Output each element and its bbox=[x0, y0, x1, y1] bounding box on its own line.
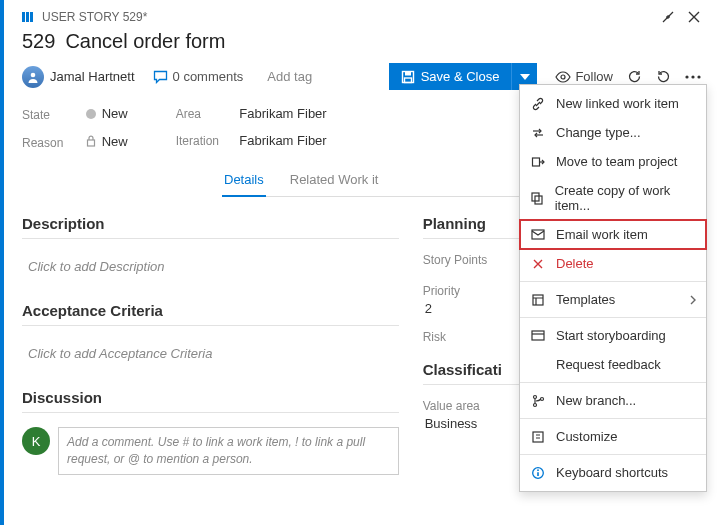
acceptance-field[interactable]: Click to add Acceptance Criteria bbox=[22, 340, 399, 389]
menu-request-feedback[interactable]: Request feedback bbox=[520, 350, 706, 379]
menu-create-copy[interactable]: Create copy of work item... bbox=[520, 176, 706, 220]
swap-icon bbox=[530, 126, 546, 140]
customize-icon bbox=[530, 430, 546, 444]
discussion-input[interactable]: Add a comment. Use # to link a work item… bbox=[58, 427, 399, 475]
info-icon bbox=[530, 466, 546, 480]
lock-icon bbox=[86, 135, 96, 147]
refresh-button[interactable] bbox=[627, 69, 642, 84]
state-label: State bbox=[22, 108, 82, 122]
save-button[interactable]: Save & Close bbox=[389, 63, 512, 90]
add-tag-button[interactable]: Add tag bbox=[261, 66, 318, 87]
svg-point-7 bbox=[561, 75, 565, 79]
templates-icon bbox=[530, 293, 546, 307]
svg-point-8 bbox=[685, 75, 688, 78]
svg-point-18 bbox=[534, 395, 537, 398]
comments-link[interactable]: 0 comments bbox=[153, 69, 244, 84]
assignee-name: Jamal Hartnett bbox=[50, 69, 135, 84]
svg-point-9 bbox=[691, 75, 694, 78]
iteration-value[interactable]: Fabrikam Fiber bbox=[239, 133, 326, 148]
svg-point-10 bbox=[697, 75, 700, 78]
close-window-button[interactable] bbox=[687, 10, 701, 24]
menu-keyboard-shortcuts[interactable]: Keyboard shortcuts bbox=[520, 458, 706, 487]
work-item-id: 529 bbox=[22, 30, 55, 53]
svg-rect-2 bbox=[30, 12, 33, 22]
reason-label: Reason bbox=[22, 136, 82, 150]
description-field[interactable]: Click to add Description bbox=[22, 253, 399, 302]
tab-related[interactable]: Related Work it bbox=[288, 164, 381, 196]
menu-email-work-item[interactable]: Email work item bbox=[520, 220, 706, 249]
area-value[interactable]: Fabrikam Fiber bbox=[239, 106, 326, 121]
save-icon bbox=[401, 70, 415, 84]
title-row: 529 Cancel order form bbox=[22, 30, 701, 53]
acceptance-heading: Acceptance Criteria bbox=[22, 302, 399, 319]
assignee-picker[interactable]: Jamal Hartnett bbox=[22, 66, 135, 88]
comments-label: 0 comments bbox=[173, 69, 244, 84]
iteration-label: Iteration bbox=[176, 134, 236, 148]
current-user-avatar: K bbox=[22, 427, 50, 455]
menu-start-storyboarding[interactable]: Start storyboarding bbox=[520, 321, 706, 350]
breadcrumb-label: USER STORY 529* bbox=[42, 10, 147, 24]
svg-point-19 bbox=[534, 403, 537, 406]
move-icon bbox=[530, 155, 546, 169]
tab-details[interactable]: Details bbox=[222, 164, 266, 197]
menu-customize[interactable]: Customize bbox=[520, 422, 706, 451]
svg-rect-6 bbox=[404, 78, 411, 83]
menu-move-project[interactable]: Move to team project bbox=[520, 147, 706, 176]
state-dot-icon bbox=[86, 109, 96, 119]
reason-value[interactable]: New bbox=[86, 134, 128, 149]
svg-rect-12 bbox=[533, 158, 540, 166]
discussion-heading: Discussion bbox=[22, 389, 399, 406]
svg-rect-16 bbox=[533, 295, 543, 305]
svg-rect-21 bbox=[533, 432, 543, 442]
svg-point-23 bbox=[537, 469, 539, 471]
save-label: Save & Close bbox=[421, 69, 500, 84]
area-label: Area bbox=[176, 107, 236, 121]
menu-new-linked-work-item[interactable]: New linked work item bbox=[520, 89, 706, 118]
actions-menu: New linked work item Change type... Move… bbox=[519, 84, 707, 492]
link-add-icon bbox=[530, 97, 546, 111]
svg-point-3 bbox=[31, 72, 36, 77]
svg-rect-1 bbox=[26, 12, 29, 22]
avatar bbox=[22, 66, 44, 88]
menu-delete[interactable]: Delete bbox=[520, 249, 706, 278]
menu-new-branch[interactable]: New branch... bbox=[520, 386, 706, 415]
follow-button[interactable]: Follow bbox=[555, 69, 613, 84]
delete-icon bbox=[530, 258, 546, 270]
description-heading: Description bbox=[22, 215, 399, 232]
save-split-button: Save & Close bbox=[389, 63, 538, 90]
more-actions-button[interactable] bbox=[685, 75, 701, 79]
svg-rect-11 bbox=[87, 140, 94, 146]
work-item-type-icon bbox=[22, 11, 36, 23]
menu-change-type[interactable]: Change type... bbox=[520, 118, 706, 147]
svg-rect-17 bbox=[532, 331, 544, 340]
eye-icon bbox=[555, 71, 571, 83]
copy-icon bbox=[530, 191, 545, 205]
work-item-title[interactable]: Cancel order form bbox=[65, 30, 225, 53]
mail-icon bbox=[530, 229, 546, 240]
menu-templates[interactable]: Templates bbox=[520, 285, 706, 314]
restore-window-button[interactable] bbox=[661, 10, 675, 24]
breadcrumb: USER STORY 529* bbox=[22, 10, 701, 24]
svg-rect-0 bbox=[22, 12, 25, 22]
state-value[interactable]: New bbox=[86, 106, 128, 121]
revert-button[interactable] bbox=[656, 69, 671, 84]
svg-rect-5 bbox=[405, 71, 411, 75]
comment-icon bbox=[153, 70, 168, 84]
branch-icon bbox=[530, 394, 546, 408]
chevron-right-icon bbox=[690, 295, 696, 305]
storyboard-icon bbox=[530, 330, 546, 342]
follow-label: Follow bbox=[575, 69, 613, 84]
